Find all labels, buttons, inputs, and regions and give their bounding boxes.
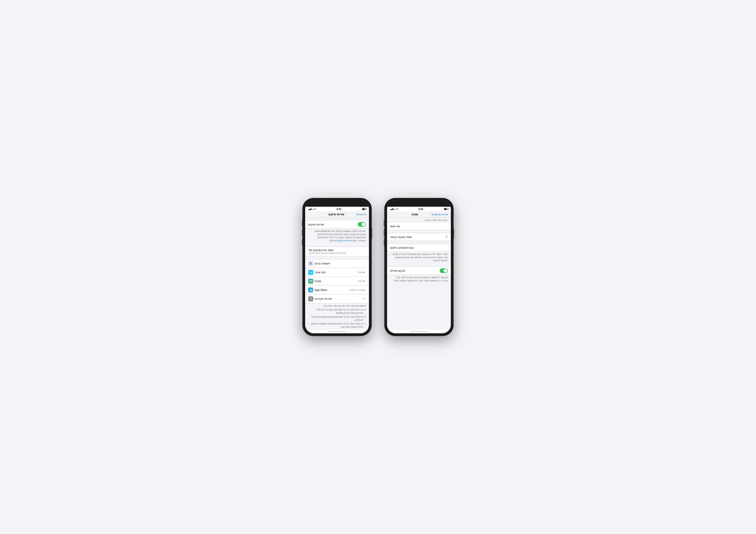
never-item[interactable]: אף פעם: [387, 222, 451, 230]
signal-bar-2-1: [390, 210, 391, 210]
while-using-description: הסבר יישום: "פרטי המיקום שלך משמשים להצג…: [387, 252, 451, 264]
notch-bar-1: [305, 201, 369, 207]
battery-fill-1: [363, 208, 365, 210]
battery-icon-2: [444, 208, 448, 210]
nav-bar-1: שירותי מיקום פרטיות: [305, 212, 369, 217]
notch-1: [326, 201, 348, 205]
settings-icon: ⚙: [308, 296, 313, 301]
status-time-1: 9:41: [337, 208, 341, 210]
chevron-siri: ‹: [365, 262, 366, 265]
ask-next-label: שאל בפעם הבאה: [390, 235, 412, 239]
phone-1: ▲ lll 9:41 שירותי מיקום פרטיות: [303, 198, 371, 336]
carrier-2: lll: [396, 208, 398, 210]
signal-bar-2-4: [393, 208, 393, 210]
location-services-toggle[interactable]: [358, 222, 366, 227]
home-indicator-2: [387, 329, 451, 333]
location-arrow-weather: ➤: [363, 271, 364, 274]
chevron-right-icon-2: [432, 213, 433, 216]
share-location-label: שתף את המיקום שלי: [308, 248, 334, 252]
weather-icon: ☁: [308, 270, 313, 275]
signal-bar-4: [311, 208, 311, 210]
phone-2: ▲ lll 9:41 מפות שירותי מיקום: [385, 198, 453, 336]
status-icons-right-1: [362, 208, 366, 210]
location-description: "שירותי מיקום" משתמש ב-GPS לצד Bluetooth…: [305, 229, 369, 244]
maps-label: מפות: [315, 279, 321, 283]
location-arrow-system: ➤: [363, 297, 364, 300]
battery-icon-1: [362, 208, 366, 210]
system-item[interactable]: ‹ ➤ שירותי מערכת ⚙: [305, 294, 369, 303]
location-arrow-appstore: ➤: [363, 289, 364, 291]
nav-title-2: מפות: [412, 213, 418, 216]
battery-fill-2: [445, 208, 447, 210]
home-indicator-1: [305, 329, 369, 333]
signal-bar-2-3: [392, 209, 392, 210]
nav-back-label-1: פרטיות: [358, 213, 366, 216]
notch-bar-2: [387, 201, 451, 207]
signal-bar-3: [310, 209, 310, 210]
siri-item[interactable]: ‹ יישומים ברגע 🔮: [305, 259, 369, 268]
signal-bar-2-2: [391, 209, 392, 210]
status-icons-right-2: [444, 208, 448, 210]
ask-next-group: ✓ שאל בפעם הבאה: [387, 233, 451, 241]
while-using-item[interactable]: בעת השימוש ביישום: [387, 244, 451, 251]
apps-footer: יישומים שביקשו גישה למיקום שלך יופיעו פה…: [305, 303, 369, 329]
weather-status: שאל: [358, 271, 362, 274]
location-about-link[interactable]: אודות שירותי מיקום: [338, 239, 357, 242]
weather-item[interactable]: ‹ ➤ שאל מזג אוויר ☁: [305, 268, 369, 277]
precise-location-item[interactable]: מיקום מדויק: [387, 267, 451, 275]
wifi-icon-2: ▲: [394, 208, 396, 210]
location-toggle-group: שירותי מיקום: [305, 220, 369, 229]
status-bar-2: ▲ lll 9:41: [387, 207, 451, 212]
never-group: אף פעם: [387, 222, 451, 230]
signal-bar-1: [308, 210, 309, 210]
nav-back-label-2: שירותי מיקום: [434, 213, 448, 216]
ask-next-item[interactable]: ✓ שאל בפעם הבאה: [387, 233, 451, 241]
precise-toggle-knob: [444, 269, 447, 273]
precise-location-label: מיקום מדויק: [390, 269, 405, 272]
chevron-weather: ‹: [365, 271, 366, 274]
while-using-label: בעת השימוש ביישום: [390, 246, 414, 249]
carrier-1: lll: [315, 208, 316, 210]
location-services-item[interactable]: שירותי מיקום: [305, 220, 369, 228]
maps-item[interactable]: ‹ ➤ שאל מפות 🗺: [305, 277, 369, 286]
appstore-label: App Store: [315, 288, 327, 292]
appstore-item[interactable]: ‹ ➤ בעת השימוש App Store A: [305, 286, 369, 294]
maps-icon: 🗺: [308, 279, 313, 284]
notch-2: [408, 201, 430, 205]
content-1: שירותי מיקום "שירותי מיקום" משתמש ב-GPS …: [305, 217, 369, 329]
never-label: אף פעם: [390, 225, 400, 228]
nav-back-1[interactable]: פרטיות: [356, 213, 366, 216]
chevron-system: ‹: [365, 297, 366, 300]
content-2: אפשר גישה לפרטי מיקום אף פעם ✓ שאל בפעם …: [387, 217, 451, 329]
share-group: ‹ שתף את המיקום שלי iPhone זה משמש לשיתו…: [305, 246, 369, 256]
signal-bar-2: [309, 209, 310, 210]
chevron-right-icon-1: [356, 213, 358, 216]
wifi-icon-1: ▲: [312, 208, 314, 210]
access-header: אפשר גישה לפרטי מיקום: [387, 217, 451, 222]
status-bar-1: ▲ lll 9:41: [305, 207, 369, 212]
weather-label: מזג אוויר: [315, 271, 325, 274]
chevron-maps: ‹: [365, 280, 366, 283]
status-icons-left-2: ▲ lll: [390, 208, 398, 210]
siri-label: יישומים ברגע: [315, 262, 330, 265]
apps-group: ‹ יישומים ברגע 🔮 ‹ ➤ שאל מזג אווי: [305, 259, 369, 303]
signal-bars-1: [308, 208, 311, 210]
precise-footer: מאפשר ליישומים להשתמש במיקום המדויק שלך.…: [387, 275, 451, 284]
system-label: שירותי מערכת: [315, 297, 332, 300]
location-arrow-maps: ➤: [363, 280, 364, 283]
appstore-icon: A: [308, 288, 313, 292]
checkmark-icon: ✓: [445, 235, 448, 239]
signal-bars-2: [390, 208, 393, 210]
chevron-appstore: ‹: [365, 289, 366, 292]
status-time-2: 9:41: [418, 208, 423, 210]
nav-back-2[interactable]: שירותי מיקום: [432, 213, 448, 216]
share-location-subtitle: iPhone זה משמש לשיתוף פרטי מיקום.: [308, 252, 346, 255]
nav-title-1: שירותי מיקום: [328, 213, 344, 216]
precise-location-toggle[interactable]: [440, 268, 448, 273]
appstore-status: בעת השימוש: [350, 289, 362, 291]
home-bar-2: [410, 331, 428, 332]
status-icons-left-1: ▲ lll: [308, 208, 316, 210]
share-location-item[interactable]: ‹ שתף את המיקום שלי iPhone זה משמש לשיתו…: [305, 247, 369, 256]
siri-icon: 🔮: [308, 261, 313, 266]
maps-status: שאל: [358, 280, 362, 283]
